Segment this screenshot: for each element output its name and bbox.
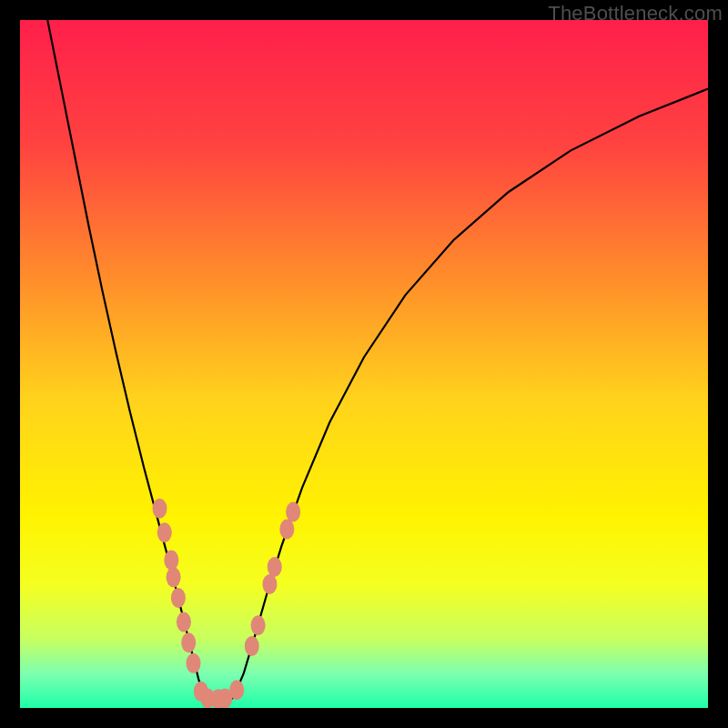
data-marker (177, 612, 191, 632)
data-marker (251, 615, 266, 635)
data-marker (164, 550, 178, 570)
data-marker (171, 588, 186, 608)
data-marker (286, 502, 300, 522)
data-marker (229, 680, 244, 700)
data-marker (245, 636, 259, 656)
data-marker (262, 574, 277, 594)
data-marker (152, 499, 167, 519)
gradient-background (20, 20, 708, 708)
data-marker (157, 522, 172, 542)
data-marker (268, 557, 282, 577)
bottleneck-chart (20, 20, 708, 708)
data-marker (181, 632, 196, 652)
data-marker (279, 519, 294, 539)
data-marker (167, 567, 181, 587)
data-marker (187, 653, 201, 673)
chart-frame (20, 20, 708, 708)
